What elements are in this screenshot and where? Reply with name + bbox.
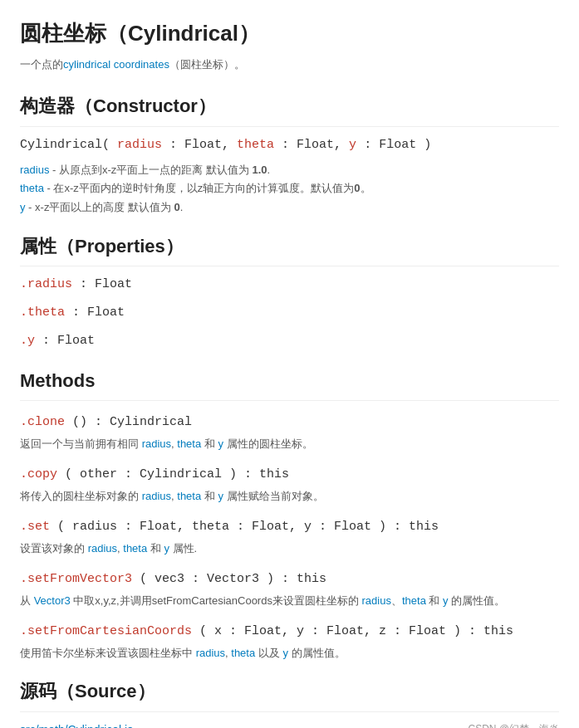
subtitle-prefix: 一个点的: [20, 58, 63, 71]
constructor-y-param[interactable]: y: [349, 138, 356, 152]
property-radius-link[interactable]: .radius: [20, 277, 72, 291]
method-setfromvector3-desc: 从 Vector3 中取x,y,z,并调用setFromCartesianCoo…: [20, 593, 559, 610]
method-setfromvector3: .setFromVector3 ( vec3 : Vector3 ) : thi…: [20, 569, 559, 610]
copy-theta-ref[interactable]: theta: [177, 490, 201, 502]
set-y-ref[interactable]: y: [164, 542, 169, 555]
constructor-name: Cylindrical: [20, 138, 102, 152]
source-link[interactable]: src/math/Cylindrical.js: [20, 721, 133, 728]
subtitle: 一个点的cylindrical coordinates（圆柱坐标）。: [20, 56, 559, 74]
set-theta-ref[interactable]: theta: [123, 542, 147, 555]
sfc-theta-ref[interactable]: theta: [231, 647, 255, 659]
method-clone: .clone () : Cylindrical 返回一个与当前拥有相同 radi…: [20, 413, 559, 453]
param-radius-desc: radius - 从原点到x-z平面上一点的距离 默认值为 1.0.: [20, 162, 559, 179]
property-radius: .radius : Float: [20, 275, 559, 295]
method-clone-sig: .clone () : Cylindrical: [20, 413, 559, 432]
method-copy-link[interactable]: .copy: [20, 467, 57, 481]
sfv3-y-ref[interactable]: y: [443, 594, 449, 607]
method-clone-link[interactable]: .clone: [20, 415, 65, 429]
method-setfromvector3-sig: .setFromVector3 ( vec3 : Vector3 ) : thi…: [20, 569, 559, 589]
param-theta-desc: theta - 在x-z平面内的逆时针角度，以z轴正方向的计算弧度。默认值为0。: [20, 180, 559, 198]
method-set-link[interactable]: .set: [20, 520, 50, 534]
property-y: .y : Float: [20, 331, 559, 351]
property-y-link[interactable]: .y: [20, 334, 35, 348]
method-setfromcartesian-sig: .setFromCartesianCoords ( x : Float, y :…: [20, 622, 559, 642]
property-theta-link[interactable]: .theta: [20, 305, 65, 320]
method-copy-sig: .copy ( other : Cylindrical ) : this: [20, 465, 559, 485]
constructor-theta-param[interactable]: theta: [237, 138, 274, 152]
method-setfromcartesian-link[interactable]: .setFromCartesianCoords: [20, 624, 192, 638]
method-copy-desc: 将传入的圆柱坐标对象的 radius, theta 和 y 属性赋给当前对象。: [20, 488, 559, 506]
param-radius-link[interactable]: radius: [20, 164, 49, 176]
source-section-title: 源码（Source）: [20, 677, 559, 711]
footer-brand: CSDN @幻梦、海炎: [468, 721, 559, 728]
sfv3-radius-ref[interactable]: radius: [362, 594, 391, 607]
property-theta: .theta : Float: [20, 303, 559, 323]
methods-section-title: Methods: [20, 366, 559, 401]
page-title: 圆柱坐标（Cylindrical）: [20, 17, 559, 51]
method-set: .set ( radius : Float, theta : Float, y …: [20, 517, 559, 558]
clone-theta-ref[interactable]: theta: [177, 437, 201, 450]
clone-y-ref[interactable]: y: [218, 437, 223, 450]
copy-radius-ref[interactable]: radius: [142, 490, 171, 502]
cylindrical-link[interactable]: cylindrical coordinates: [63, 58, 169, 71]
method-copy: .copy ( other : Cylindrical ) : this 将传入…: [20, 465, 559, 506]
clone-radius-ref[interactable]: radius: [142, 437, 171, 450]
param-y-desc: y - x-z平面以上的高度 默认值为 0.: [20, 199, 559, 217]
source-footer: src/math/Cylindrical.js CSDN @幻梦、海炎: [20, 721, 559, 728]
constructor-section-title: 构造器（Constructor）: [20, 91, 559, 126]
properties-section-title: 属性（Properties）: [20, 232, 559, 266]
constructor-radius-param[interactable]: radius: [117, 138, 162, 152]
subtitle-suffix: （圆柱坐标）。: [169, 58, 245, 71]
method-setfromvector3-link[interactable]: .setFromVector3: [20, 572, 132, 586]
method-set-sig: .set ( radius : Float, theta : Float, y …: [20, 517, 559, 537]
copy-y-ref[interactable]: y: [218, 490, 223, 502]
method-set-desc: 设置该对象的 radius, theta 和 y 属性.: [20, 540, 559, 558]
method-clone-desc: 返回一个与当前拥有相同 radius, theta 和 y 属性的圆柱坐标。: [20, 436, 559, 453]
sfv3-theta-ref[interactable]: theta: [402, 594, 426, 607]
sfv3-vector3-ref[interactable]: Vector3: [34, 594, 71, 607]
sfc-radius-ref[interactable]: radius: [196, 647, 225, 659]
param-theta-link[interactable]: theta: [20, 182, 44, 194]
constructor-signature: Cylindrical( radius : Float, theta : Flo…: [20, 135, 559, 155]
sfc-y-ref[interactable]: y: [282, 647, 288, 659]
method-setfromcartesian: .setFromCartesianCoords ( x : Float, y :…: [20, 622, 559, 662]
set-radius-ref[interactable]: radius: [88, 542, 117, 555]
method-setfromcartesian-desc: 使用笛卡尔坐标来设置该圆柱坐标中 radius, theta 以及 y 的属性值…: [20, 645, 559, 662]
